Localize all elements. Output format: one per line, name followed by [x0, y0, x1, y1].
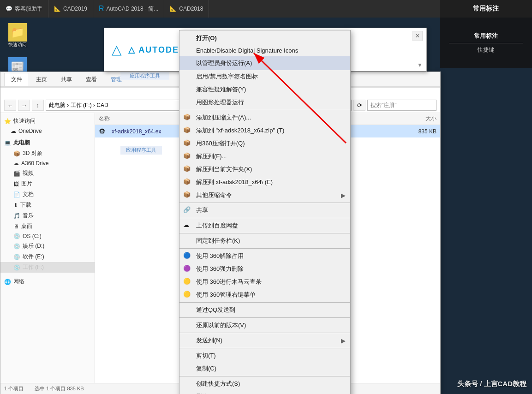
right-panel: 常用标注 快捷键	[440, 18, 532, 68]
sidebar-item-work-f[interactable]: 💿 工作 (F:)	[0, 262, 95, 273]
nav-forward-button[interactable]: →	[18, 100, 30, 111]
menu-item-extract-to[interactable]: 📦 解压到(F)...	[179, 150, 350, 163]
menu-item-restore-version[interactable]: 还原以前的版本(V)	[179, 319, 350, 332]
menu-item-run-as-admin[interactable]: 以管理员身份运行(A)	[179, 56, 350, 70]
ribbon-tab-share[interactable]: 共享	[54, 73, 79, 86]
nav-up-button[interactable]: ↑	[32, 100, 44, 111]
sidebar-item-os-c[interactable]: 💿 OS (C:)	[0, 232, 95, 241]
menu-item-run-graphics[interactable]: 用图形处理器运行	[179, 96, 350, 109]
right-panel-subtitle: 快捷键	[478, 46, 494, 54]
360-menu-icon: 🟡	[183, 291, 191, 298]
sidebar-item-entertainment-d[interactable]: 💿 娱乐 (D:)	[0, 241, 95, 251]
sidebar-item-network[interactable]: 🌐 网络	[0, 276, 95, 287]
menu-item-open-360zip[interactable]: 📦 用360压缩打开(Q)	[179, 137, 350, 150]
work-f-icon: 💿	[13, 264, 20, 271]
menu-item-copy[interactable]: 复制(C)	[179, 362, 350, 375]
dialog-scroll-down[interactable]: ▼	[417, 62, 423, 68]
right-panel-title: 常用标注	[474, 32, 498, 40]
sidebar: ⭐ 快速访问 ☁ OneDrive 💻 此电脑 📦 3D 对象 ☁ A360 D…	[0, 113, 95, 394]
menu-item-360-menu[interactable]: 🟡 使用 360管理右键菜单	[179, 288, 350, 301]
menu-item-360-scan[interactable]: 🟡 使用 360进行木马云查杀	[179, 275, 350, 288]
network-icon: 🌐	[4, 279, 11, 285]
sidebar-item-music[interactable]: 🎵 音乐	[0, 210, 95, 221]
3d-objects-icon: 📦	[13, 150, 20, 157]
ribbon-tab-file[interactable]: 文件	[4, 73, 29, 86]
sidebar-item-downloads[interactable]: ⬇ 下载	[0, 200, 95, 210]
separator-7	[179, 317, 350, 318]
search-input[interactable]	[367, 100, 436, 111]
menu-item-open[interactable]: 打开(O)	[179, 32, 350, 45]
menu-item-share[interactable]: 🔗 共享	[179, 204, 350, 217]
os-c-icon: 💿	[13, 233, 20, 239]
dialog-close-button[interactable]: ×	[412, 31, 423, 41]
menu-item-upload-baidu[interactable]: ☁ 上传到百度网盘	[179, 219, 350, 232]
menu-item-send-to[interactable]: 发送到(N) ▶	[179, 334, 350, 347]
desktop-folder-icon: 🖥	[13, 223, 19, 230]
extract-here-icon: 📦	[183, 165, 191, 172]
taskbar-item-customer-service[interactable]: 💬 客客服助手	[0, 0, 48, 18]
file-size: 835 KB	[400, 128, 436, 135]
autocad2018-icon: R	[99, 5, 104, 13]
360-free-icon: 🔵	[183, 252, 191, 259]
menu-item-send-qq[interactable]: 通过QQ发送到	[179, 304, 350, 316]
separator-2	[179, 203, 350, 203]
sidebar-item-onedrive[interactable]: ☁ OneDrive	[0, 126, 95, 136]
menu-item-pin-taskbar[interactable]: 固定到任务栏(K)	[179, 234, 350, 247]
sidebar-item-pictures[interactable]: 🖼 图片	[0, 179, 95, 189]
nav-back-button[interactable]: ←	[4, 100, 16, 111]
this-pc-icon: 💻	[4, 140, 11, 146]
sidebar-item-desktop-folder[interactable]: 🖥 桌面	[0, 221, 95, 232]
menu-item-add-named-zip[interactable]: 📦 添加到 "xf-adsk2018_x64.zip" (T)	[179, 124, 350, 137]
sidebar-item-quick-access[interactable]: ⭐ 快速访问	[0, 116, 95, 126]
entertainment-d-icon: 💿	[13, 243, 20, 250]
menu-item-other-compress[interactable]: 📦 其他压缩命令 ▶	[179, 189, 350, 202]
context-menu: 打开(O) Enable/Disable Digital Signature I…	[179, 30, 351, 394]
music-icon: 🎵	[13, 213, 20, 219]
autodesk-triangle-icon: △	[112, 42, 122, 57]
menu-item-digital-sig[interactable]: Enable/Disable Digital Signature Icons	[179, 45, 350, 56]
sidebar-item-3d-objects[interactable]: 📦 3D 对象	[0, 148, 95, 159]
menu-item-troubleshoot[interactable]: 兼容性疑难解答(Y)	[179, 83, 350, 96]
menu-item-extract-here[interactable]: 📦 解压到当前文件夹(X)	[179, 163, 350, 176]
taskbar-item-cad2018[interactable]: 📐 CAD2018	[164, 0, 209, 18]
zip-named-icon: 📦	[183, 126, 191, 133]
address-breadcrumb: 此电脑 › 工作 (F:) › CAD	[49, 101, 108, 109]
sidebar-item-videos[interactable]: 🎬 视频	[0, 168, 95, 179]
downloads-icon: ⬇	[13, 202, 18, 209]
refresh-button[interactable]: ⟳	[353, 100, 365, 111]
taskbar-item-autocad2018[interactable]: R AutoCAD 2018 - 简...	[93, 0, 164, 18]
menu-item-360-free[interactable]: 🔵 使用 360解除占用	[179, 250, 350, 263]
menu-item-add-zip[interactable]: 📦 添加到压缩文件(A)...	[179, 111, 350, 124]
360-scan-icon: 🟡	[183, 278, 191, 285]
menu-item-delete[interactable]: 删除(D)	[179, 390, 350, 394]
sidebar-section-quick: ⭐ 快速访问 ☁ OneDrive	[0, 116, 95, 136]
file-icon: ⚙	[99, 127, 109, 136]
sidebar-item-this-pc[interactable]: 💻 此电脑	[0, 137, 95, 148]
sidebar-item-a360[interactable]: ☁ A360 Drive	[0, 159, 95, 168]
separator-3	[179, 218, 350, 218]
watermark: 头条号 / 上言CAD教程	[457, 380, 526, 388]
sidebar-item-software-e[interactable]: 💿 软件 (E:)	[0, 251, 95, 262]
360-delete-icon: 🟣	[183, 265, 191, 272]
quick-access-icon: 📁	[8, 23, 27, 42]
col-size-header[interactable]: 大小	[400, 115, 436, 123]
desktop-icon-quick-access[interactable]: 📁 快速访问	[2, 23, 32, 48]
pictures-icon: 🖼	[13, 181, 19, 187]
separator-9	[179, 348, 350, 348]
menu-item-extract-folder[interactable]: 📦 解压到 xf-adsk2018_x64\ (E)	[179, 176, 350, 189]
sidebar-item-documents[interactable]: 📄 文档	[0, 189, 95, 200]
ribbon-tab-view[interactable]: 查看	[79, 73, 104, 86]
status-selected: 选中 1 个项目 835 KB	[35, 385, 84, 392]
menu-item-cut[interactable]: 剪切(T)	[179, 349, 350, 362]
cad2019-icon: 📐	[54, 6, 61, 12]
separator-1	[179, 110, 350, 110]
separator-4	[179, 233, 350, 233]
taskbar-item-cad2019[interactable]: 📐 CAD2019	[48, 0, 93, 18]
separator-6	[179, 302, 350, 303]
menu-item-enable-sig[interactable]: 启用/禁用数字签名图标	[179, 70, 350, 83]
menu-item-create-shortcut[interactable]: 创建快捷方式(S)	[179, 377, 350, 390]
ribbon-tab-home[interactable]: 主页	[29, 73, 54, 86]
menu-item-360-delete[interactable]: 🟣 使用 360强力删除	[179, 263, 350, 275]
ribbon-extra-label: 应用程序工具	[120, 146, 162, 155]
quick-access-sidebar-icon: ⭐	[4, 118, 11, 125]
